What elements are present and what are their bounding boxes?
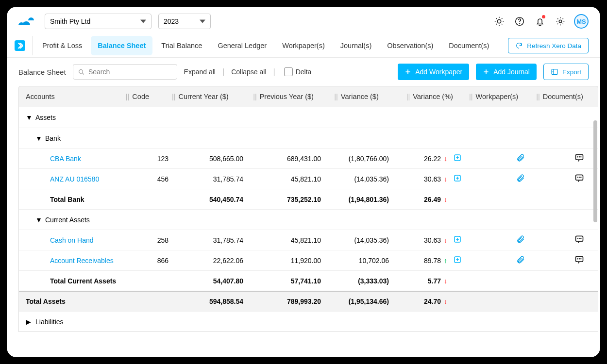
year-select[interactable]: 2023 [158,14,211,29]
attachment-icon[interactable] [516,235,525,245]
caret-right-icon: ▶ [26,318,32,326]
row-total-bank: Total Bank 540,450.74 735,252.10 (1,94,8… [19,189,598,209]
account-link[interactable]: Account Receivables [50,257,114,265]
tab-profit-loss[interactable]: Profit & Loss [35,36,89,55]
account-link[interactable]: Cash on Hand [50,236,94,244]
export-icon [551,68,558,76]
tab-documents[interactable]: Document(s) [442,36,496,55]
tab-general-ledger[interactable]: General Ledger [211,36,273,55]
arrow-down-icon: ↓ [444,298,447,305]
row-bank[interactable]: ▼Bank [19,128,598,148]
row-total-assets: Total Assets 594,858.54 789,993.20 (1,95… [19,291,598,311]
company-select-value: Smith Pty Ltd [50,17,90,25]
company-select[interactable]: Smith Pty Ltd [45,14,152,29]
row-cash-on-hand: Cash on Hand 258 31,785.74 45,821.10 (14… [19,230,598,250]
row-anz: ANZ AU 016580 456 31,785.74 45,821.10 (1… [19,168,598,189]
row-liabilities[interactable]: ▶Liabilities [19,311,598,331]
col-variance-amount[interactable]: Variance ($) [341,93,405,100]
svg-point-4 [79,69,83,73]
svg-point-10 [581,157,581,157]
row-assets[interactable]: ▼Assets [19,107,598,128]
comment-icon[interactable] [574,173,584,184]
notifications-button[interactable] [533,15,547,28]
col-current-year[interactable]: Current Year ($) [178,93,252,100]
svg-point-9 [579,157,580,157]
svg-point-24 [579,259,580,259]
user-avatar[interactable]: MS [574,14,589,29]
notification-dot [542,15,545,18]
account-link[interactable]: ANZ AU 016580 [50,175,99,183]
search-input-wrapper[interactable] [73,64,177,80]
caret-down-icon: ▼ [26,114,32,121]
page-title: Balance Sheet [18,68,66,76]
comment-icon[interactable] [574,234,584,246]
col-previous-year[interactable]: Previous Year ($) [260,93,334,100]
comment-icon[interactable] [574,153,584,164]
add-journal-button[interactable]: Add Journal [476,64,537,80]
plus-icon [405,68,411,75]
col-code[interactable]: Code [132,93,171,100]
attachment-icon[interactable] [516,174,525,184]
svg-point-15 [581,177,581,178]
settings-button[interactable] [554,15,567,28]
arrow-up-icon: ↑ [444,257,447,265]
sun-icon [494,16,505,27]
export-button[interactable]: Export [543,64,589,80]
delta-checkbox[interactable]: Delta [284,67,312,76]
arrow-down-icon: ↓ [444,196,447,203]
tab-trial-balance[interactable]: Trial Balance [154,36,209,55]
col-accounts[interactable]: Accounts [19,93,125,100]
theme-toggle[interactable] [492,15,506,28]
col-variance-percent[interactable]: Variance (%) [413,93,468,100]
svg-point-23 [577,259,578,259]
add-workpaper-icon[interactable] [453,255,462,265]
attachment-icon[interactable] [516,153,525,164]
tab-workpapers[interactable]: Workpaper(s) [275,36,332,55]
chevron-down-icon [140,18,146,24]
refresh-icon [515,42,523,50]
refresh-xero-button[interactable]: Refresh Xero Data [508,38,589,53]
arrow-down-icon: ↓ [444,277,447,285]
chevron-right-icon [17,43,23,49]
attachment-icon[interactable] [516,255,525,265]
year-select-value: 2023 [164,17,179,25]
comment-icon[interactable] [574,255,584,266]
add-workpaper-button[interactable]: Add Workpaper [398,64,469,80]
svg-point-14 [579,177,580,178]
search-input[interactable] [88,68,172,76]
help-button[interactable] [513,15,526,28]
account-link[interactable]: CBA Bank [50,155,81,163]
arrow-down-icon: ↓ [444,175,447,183]
caret-down-icon: ▼ [35,216,41,224]
checkbox-icon [284,67,293,76]
table-header: Accounts ||Code ||Current Year ($) ||Pre… [18,86,598,107]
scrollbar-thumb[interactable] [593,120,597,222]
add-workpaper-icon[interactable] [453,153,462,164]
tab-observations[interactable]: Observation(s) [380,36,440,55]
arrow-down-icon: ↓ [444,155,447,163]
help-icon [514,16,525,27]
plus-icon [483,68,489,75]
row-total-current-assets: Total Current Assets 54,407.80 57,741.10… [19,270,598,291]
tab-journals[interactable]: Journal(s) [334,36,378,55]
expand-all[interactable]: Expand all [184,68,216,76]
chevron-down-icon [200,18,205,24]
tab-balance-sheet[interactable]: Balance Sheet [91,36,152,55]
add-workpaper-icon[interactable] [453,235,462,245]
svg-point-2 [520,23,520,24]
svg-point-8 [577,157,578,157]
arrow-down-icon: ↓ [444,236,447,244]
caret-down-icon: ▼ [35,134,41,142]
row-cba-bank: CBA Bank 123 508,665.00 689,431.00 (1,80… [19,148,598,168]
svg-point-25 [581,259,581,259]
row-current-assets[interactable]: ▼Current Assets [19,209,598,230]
svg-point-13 [577,177,578,178]
search-icon [78,68,84,76]
svg-point-20 [581,238,581,239]
collapse-all[interactable]: Collapse all [231,68,266,76]
add-workpaper-icon[interactable] [453,174,462,184]
svg-point-19 [579,238,580,239]
sidebar-toggle[interactable] [15,40,25,51]
col-documents[interactable]: Document(s) [543,93,598,100]
col-workpapers[interactable]: Workpaper(s) [476,93,536,100]
